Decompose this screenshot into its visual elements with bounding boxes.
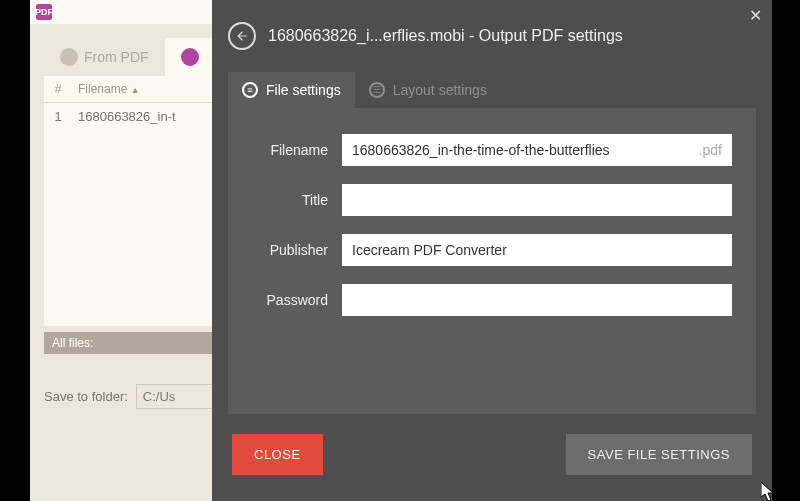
app-logo-icon: PDF	[36, 4, 52, 20]
close-icon[interactable]: ✕	[749, 6, 762, 25]
title-input[interactable]	[342, 184, 732, 216]
tab-to-pdf[interactable]	[165, 38, 215, 76]
sort-indicator-icon: ▲	[131, 85, 140, 95]
save-file-settings-button[interactable]: SAVE FILE SETTINGS	[566, 434, 752, 475]
tab-from-pdf-label: From PDF	[84, 49, 149, 65]
tab-file-settings[interactable]: ≡ File settings	[228, 72, 355, 108]
save-folder-label: Save to folder:	[44, 389, 128, 404]
dialog-body: Filename .pdf Title Publisher Password	[228, 108, 756, 414]
publisher-label: Publisher	[252, 242, 342, 258]
from-pdf-icon	[60, 48, 78, 66]
tab-from-pdf[interactable]: From PDF	[44, 38, 165, 76]
file-settings-icon: ≡	[242, 82, 258, 98]
dialog-footer: CLOSE SAVE FILE SETTINGS	[212, 414, 772, 501]
filename-input[interactable]	[342, 134, 699, 166]
tab-file-settings-label: File settings	[266, 82, 341, 98]
password-label: Password	[252, 292, 342, 308]
col-num: #	[44, 76, 72, 102]
filename-label: Filename	[252, 142, 342, 158]
row-password: Password	[252, 284, 732, 316]
filename-ext: .pdf	[699, 134, 732, 166]
title-label: Title	[252, 192, 342, 208]
password-input[interactable]	[342, 284, 732, 316]
tab-layout-settings-label: Layout settings	[393, 82, 487, 98]
row-title: Title	[252, 184, 732, 216]
all-files-label: All files:	[52, 336, 93, 350]
close-button[interactable]: CLOSE	[232, 434, 323, 475]
row-filename: Filename .pdf	[252, 134, 732, 166]
layout-settings-icon: ☰	[369, 82, 385, 98]
publisher-input[interactable]	[342, 234, 732, 266]
dialog-tabs: ≡ File settings ☰ Layout settings	[212, 60, 772, 108]
row-publisher: Publisher	[252, 234, 732, 266]
arrow-left-icon	[235, 29, 249, 43]
cell-num: 1	[44, 103, 72, 130]
back-button[interactable]	[228, 22, 256, 50]
dialog-title: 1680663826_i...erflies.mobi - Output PDF…	[268, 27, 623, 45]
output-pdf-settings-dialog: ✕ 1680663826_i...erflies.mobi - Output P…	[212, 0, 772, 501]
dialog-title-row: 1680663826_i...erflies.mobi - Output PDF…	[228, 22, 756, 50]
tab-layout-settings[interactable]: ☰ Layout settings	[355, 72, 501, 108]
dialog-header: ✕ 1680663826_i...erflies.mobi - Output P…	[212, 0, 772, 60]
to-pdf-icon	[181, 48, 199, 66]
